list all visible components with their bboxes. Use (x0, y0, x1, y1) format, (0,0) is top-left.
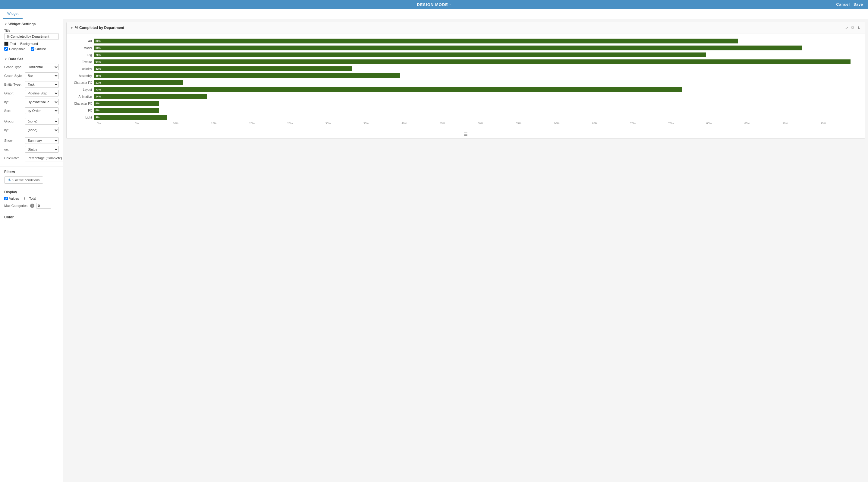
menu-icon[interactable]: ☰ (464, 132, 468, 137)
on-label: on: (4, 147, 23, 151)
outline-checkbox[interactable] (31, 47, 34, 51)
x-axis: 0%5%10%15%20%25%30%35%40%45%50%55%60%65%… (97, 122, 859, 125)
chart-widget-header: ▼ % Completed by Department ⤢ ⧉ ⬇ (67, 22, 865, 33)
bar-fill: 8% (94, 108, 159, 113)
on-select[interactable]: Status (25, 146, 59, 152)
graph-select[interactable]: Pipeline Step (25, 90, 59, 96)
calculate-select[interactable]: Percentage (Complete) (25, 155, 63, 161)
group-by-select[interactable]: (none) (25, 127, 59, 133)
bar-value-label: 38% (96, 74, 101, 77)
x-tick: 5% (135, 122, 173, 125)
show-select[interactable]: Summary (25, 137, 59, 144)
graph-label: Graph: (4, 91, 23, 95)
bar-row: Animation14% (70, 94, 859, 99)
chart-widget-title: ▼ % Completed by Department (70, 26, 844, 30)
graph-style-row: Graph Style: Bar (4, 73, 59, 79)
widget-settings-header[interactable]: ▼ Widget Settings (4, 22, 59, 26)
sort-select[interactable]: by Order (25, 107, 59, 114)
chart-title-text: % Completed by Department (75, 26, 124, 30)
x-tick: 35% (364, 122, 401, 125)
x-tick: 70% (630, 122, 668, 125)
bar-fill: 9% (94, 115, 167, 120)
bar-label: Assembly (70, 74, 94, 78)
bar-label: Rig (70, 53, 94, 57)
x-tick: 40% (401, 122, 439, 125)
color-title: Color (4, 215, 59, 219)
widget-settings-section: ▼ Widget Settings Title Text Background … (0, 19, 63, 54)
collapsible-checkbox-label[interactable]: Collapsible (4, 47, 25, 51)
group-by-row: by: (none) (4, 127, 59, 133)
x-tick: 50% (478, 122, 516, 125)
active-conditions-button[interactable]: ⚗ 5 active conditions (4, 176, 43, 184)
expand-icon[interactable]: ⤢ (844, 25, 849, 31)
bar-label: Layout (70, 88, 94, 91)
bar-label: Animation (70, 95, 94, 98)
bar-fill: 14% (94, 94, 207, 99)
max-categories-info-icon[interactable]: i (30, 204, 34, 208)
bar-row: Lookdev32% (70, 66, 859, 72)
bar-row: Model88% (70, 45, 859, 51)
bar-value-label: 88% (96, 47, 101, 50)
by-label: by: (4, 100, 23, 104)
filters-title: Filters (4, 170, 59, 174)
bar-label: Art (70, 39, 94, 43)
graph-type-row: Graph Type: Horizontal (4, 64, 59, 70)
bar-label: Model (70, 47, 94, 50)
calculate-label: Calculate: (4, 156, 23, 160)
bar-fill: 73% (94, 87, 682, 92)
x-tick: 85% (744, 122, 782, 125)
bar-label: FX (70, 109, 94, 112)
bar-row: Texture94% (70, 59, 859, 64)
values-checkbox[interactable] (4, 197, 8, 200)
bar-value-label: 73% (96, 88, 101, 91)
total-checkbox[interactable] (24, 197, 28, 200)
chart-body: Art80%Model88%Rig76%Texture94%Lookdev32%… (67, 33, 865, 130)
external-link-icon[interactable]: ⧉ (851, 25, 855, 31)
chart-widget: ▼ % Completed by Department ⤢ ⧉ ⬇ Art80%… (66, 22, 865, 139)
bar-track: 11% (94, 80, 859, 85)
graph-style-select[interactable]: Bar (25, 73, 59, 79)
bar-label: Texture (70, 60, 94, 64)
text-color-option[interactable]: Text (4, 41, 16, 46)
bar-track: 8% (94, 101, 859, 106)
max-categories-input[interactable] (36, 203, 51, 209)
x-tick: 45% (440, 122, 478, 125)
download-icon[interactable]: ⬇ (857, 25, 861, 31)
save-button[interactable]: Save (854, 2, 863, 7)
bar-fill: 8% (94, 101, 159, 106)
bar-label: Character FX (70, 102, 94, 105)
cancel-button[interactable]: Cancel (836, 2, 850, 7)
data-set-section: ▼ Data Set Graph Type: Horizontal Graph … (0, 54, 63, 167)
data-set-header[interactable]: ▼ Data Set (4, 57, 59, 61)
values-checkbox-label[interactable]: Values (4, 197, 19, 200)
chart-collapse-arrow[interactable]: ▼ (70, 26, 73, 30)
bar-fill: 94% (94, 59, 850, 64)
bar-track: 76% (94, 53, 859, 57)
chart-area: Art80%Model88%Rig76%Texture94%Lookdev32%… (70, 38, 859, 125)
bar-track: 80% (94, 38, 859, 44)
group-by-label: by: (4, 128, 23, 132)
bar-track: 8% (94, 108, 859, 113)
right-panel: ▼ % Completed by Department ⤢ ⧉ ⬇ Art80%… (63, 19, 868, 482)
bar-value-label: 94% (96, 60, 101, 63)
bar-label: Character FX (70, 81, 94, 84)
outline-checkbox-label[interactable]: Outline (31, 47, 46, 51)
title-input[interactable] (4, 33, 59, 40)
chart-footer: ☰ (67, 130, 865, 138)
graph-type-select[interactable]: Horizontal (25, 64, 59, 70)
values-label: Values (9, 197, 19, 200)
color-section: Color (0, 212, 63, 224)
bar-track: 73% (94, 87, 859, 92)
total-checkbox-label[interactable]: Total (24, 197, 36, 200)
display-checkboxes: Values Total (4, 197, 59, 200)
group-select[interactable]: (none) (25, 118, 59, 124)
bar-value-label: 32% (96, 67, 101, 70)
entity-type-select[interactable]: Task (25, 81, 59, 88)
bar-fill: 11% (94, 80, 183, 85)
by-select[interactable]: By exact value (25, 98, 59, 105)
max-categories-label: Max Categories: (4, 204, 28, 207)
tab-widget[interactable]: Widget (3, 9, 23, 19)
background-color-option[interactable]: Background (20, 41, 38, 46)
collapsible-checkbox[interactable] (4, 47, 8, 51)
bar-value-label: 80% (96, 39, 101, 42)
